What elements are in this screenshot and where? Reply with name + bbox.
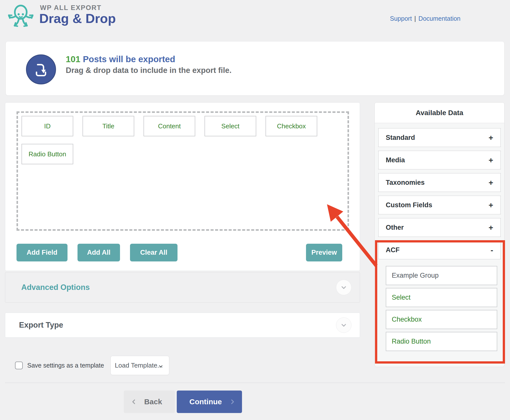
field-dropzone[interactable]: ID Title Content Select Checkbox Radio B…	[16, 111, 349, 231]
add-field-button[interactable]: Add Field	[16, 244, 68, 261]
page-title: Drag & Drop	[39, 11, 116, 26]
field-chip-radio-button[interactable]: Radio Button	[22, 144, 73, 164]
advanced-chevron-down-icon[interactable]	[336, 280, 352, 295]
wizard-navigation: Back Continue	[124, 391, 242, 413]
expand-icon[interactable]: +	[488, 156, 493, 165]
documentation-link[interactable]: Documentation	[418, 15, 460, 22]
export-headline: 101Posts will be exported	[66, 53, 232, 65]
page: WP ALL EXPORT Drag & Drop Support|Docume…	[0, 0, 510, 420]
available-data-panel: Available Data Standard + Media + Taxono…	[374, 102, 504, 367]
available-data-title: Available Data	[375, 103, 504, 123]
support-link[interactable]: Support	[390, 15, 412, 22]
available-data-body: Standard + Media + Taxonomies + Custom F…	[375, 123, 504, 351]
export-summary-box: 101Posts will be exported Drag & drop da…	[6, 41, 504, 96]
field-chip-select[interactable]: Select	[204, 116, 256, 136]
advanced-options-section[interactable]: Advanced Options	[5, 272, 360, 303]
expand-icon[interactable]: +	[488, 133, 493, 142]
select-chevron-down-icon	[158, 363, 164, 371]
load-template-select[interactable]: Load Template...	[110, 356, 169, 375]
acf-item-select[interactable]: Select	[386, 288, 497, 307]
export-type-chevron-down-icon[interactable]	[336, 317, 352, 333]
acf-item-example-group[interactable]: Example Group	[386, 266, 497, 285]
export-type-section[interactable]: Export Type	[5, 313, 360, 338]
export-type-label: Export Type	[19, 321, 63, 330]
field-chip-content[interactable]: Content	[144, 116, 195, 136]
chevron-left-icon	[130, 398, 138, 406]
load-template-value: Load Template...	[115, 362, 163, 369]
footer-divider	[5, 383, 505, 383]
expand-icon[interactable]: +	[488, 178, 493, 187]
expand-icon[interactable]: +	[488, 223, 493, 232]
octopus-logo-icon	[6, 1, 35, 30]
acf-item-checkbox[interactable]: Checkbox	[386, 310, 497, 329]
chevron-right-icon	[228, 398, 236, 406]
back-button[interactable]: Back	[124, 391, 175, 413]
headline-text: Posts will be exported	[83, 54, 175, 64]
save-template-row: Save settings as a template Load Templat…	[15, 356, 169, 375]
export-summary-text: 101Posts will be exported Drag & drop da…	[66, 53, 232, 76]
preview-button[interactable]: Preview	[306, 244, 342, 261]
post-count: 101	[66, 54, 80, 64]
acf-items-list: Example Group Select Checkbox Radio Butt…	[378, 266, 501, 351]
add-all-button[interactable]: Add All	[78, 244, 120, 261]
sidebar-group-custom-fields[interactable]: Custom Fields +	[378, 196, 501, 214]
sidebar-group-media[interactable]: Media +	[378, 151, 501, 170]
link-separator: |	[414, 15, 416, 22]
header-links: Support|Documentation	[390, 15, 460, 22]
continue-button[interactable]: Continue	[177, 391, 242, 413]
save-template-label: Save settings as a template	[27, 362, 104, 369]
field-chip-title[interactable]: Title	[82, 116, 134, 136]
sidebar-group-standard[interactable]: Standard +	[378, 128, 501, 147]
download-icon	[26, 54, 56, 84]
advanced-options-label: Advanced Options	[21, 283, 90, 292]
save-template-checkbox[interactable]	[15, 362, 23, 369]
builder-actions: Add Field Add All Clear All Preview	[16, 244, 349, 261]
clear-all-button[interactable]: Clear All	[130, 244, 178, 261]
collapse-icon[interactable]: -	[490, 245, 493, 255]
sidebar-group-other[interactable]: Other +	[378, 218, 501, 237]
export-builder-panel: ID Title Content Select Checkbox Radio B…	[5, 102, 360, 271]
expand-icon[interactable]: +	[488, 201, 493, 210]
acf-item-radio-button[interactable]: Radio Button	[386, 332, 497, 351]
field-chip-id[interactable]: ID	[22, 116, 73, 136]
sidebar-group-taxonomies[interactable]: Taxonomies +	[378, 173, 501, 192]
brand-name: WP ALL EXPORT	[40, 4, 102, 12]
sidebar-group-acf[interactable]: ACF -	[378, 240, 501, 259]
export-subtitle: Drag & drop data to include in the expor…	[66, 65, 232, 76]
field-chip-checkbox[interactable]: Checkbox	[266, 116, 317, 136]
